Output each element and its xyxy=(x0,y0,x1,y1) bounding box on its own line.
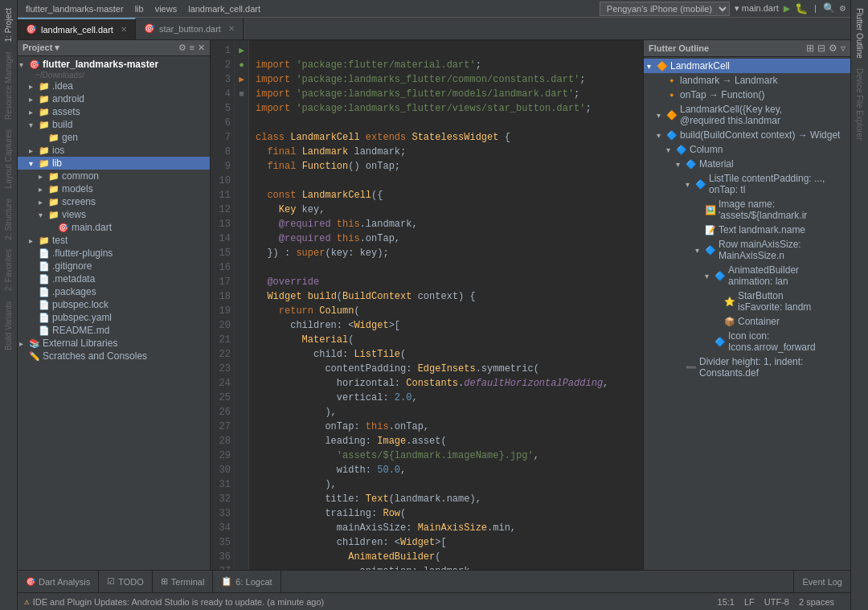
outline-icon-row: 🔷 xyxy=(705,245,716,256)
outline-arrow-ab: ▾ xyxy=(705,272,713,280)
icon-ios: 📁 xyxy=(39,145,50,156)
tab-landmark-cell[interactable]: 🎯 landmark_cell.dart ✕ xyxy=(18,18,136,39)
tree-item-assets[interactable]: ▸ 📁 assets xyxy=(18,105,210,118)
tree-item-test[interactable]: ▸ 📁 test xyxy=(18,234,210,247)
tree-item-idea[interactable]: ▸ 📁 .idea xyxy=(18,80,210,92)
outline-icon-starbutton: ⭐ xyxy=(724,297,735,307)
tree-item-main-dart[interactable]: 🎯 main.dart xyxy=(18,221,210,234)
tree-item-lib[interactable]: ▾ 📁 lib xyxy=(18,157,210,170)
vtab-flutter-outline[interactable]: Flutter Outline xyxy=(853,3,866,63)
outline-arrow-mat: ▾ xyxy=(676,160,684,169)
outline-label-divider: Divider height: 1, indent: Constants.def xyxy=(699,356,820,379)
sidebar-icon-gear[interactable]: ⚙ xyxy=(178,43,186,53)
device-selector[interactable]: Pengyan's iPhone (mobile) xyxy=(600,2,730,16)
tab-label-2: star_button.dart xyxy=(159,24,221,34)
sidebar-icon-close[interactable]: ✕ xyxy=(198,43,205,53)
tree-item-views[interactable]: ▾ 📁 views xyxy=(18,208,210,221)
tree-item-android[interactable]: ▸ 📁 android xyxy=(18,92,210,105)
bottom-tab-logcat[interactable]: 📋 6: Logcat xyxy=(213,571,280,592)
vtab-project[interactable]: 1: Project xyxy=(2,3,15,47)
bottom-tab-event-log[interactable]: Event Log xyxy=(793,571,850,592)
run-icon[interactable]: ▶ xyxy=(784,2,790,15)
outline-item-icon[interactable]: 🔷 Icon icon: Icons.arrow_forward xyxy=(644,329,850,354)
outline-icon-settings[interactable]: ⚙ xyxy=(829,43,837,54)
tree-item-gitignore[interactable]: 📄 .gitignore xyxy=(18,260,210,272)
outline-icon-collapse[interactable]: ⊟ xyxy=(817,43,825,54)
outline-icon-field2: 🔸 xyxy=(666,90,678,100)
vtab-favorites[interactable]: 2: Favorites xyxy=(2,244,15,296)
label-android: android xyxy=(52,93,84,104)
outline-label-field1: landmark → Landmark xyxy=(680,75,777,86)
outline-icon-column: 🔷 xyxy=(676,145,687,155)
bottom-tab-terminal[interactable]: ⊞ Terminal xyxy=(153,571,214,592)
label-ios: ios xyxy=(52,145,64,156)
tree-item-common[interactable]: ▸ 📁 common xyxy=(18,170,210,182)
vtab-build-variants[interactable]: Build Variants xyxy=(2,297,15,355)
icon-idea: 📁 xyxy=(39,81,50,92)
toolbar-icon-search[interactable]: 🔍 xyxy=(823,2,835,14)
outline-item-row[interactable]: ▾ 🔷 Row mainAxisSize: MainAxisSize.n xyxy=(644,237,850,263)
bottom-tab-todo[interactable]: ☑ TODO xyxy=(99,571,153,592)
debug-icon[interactable]: 🐛 xyxy=(795,2,808,15)
tree-item-readme[interactable]: 📄 README.md xyxy=(18,324,210,337)
menu-item-file-name[interactable]: landmark_cell.dart xyxy=(185,4,264,14)
label-plock: pubspec.lock xyxy=(52,299,108,310)
tree-item-gen[interactable]: 📁 gen xyxy=(18,131,210,144)
code-editor[interactable]: 12345 678910 1112131415 1617181920 21222… xyxy=(211,40,643,570)
outline-item-landmark-field[interactable]: 🔸 landmark → Landmark xyxy=(644,73,850,88)
tree-item-ext-libs[interactable]: ▸ 📚 External Libraries xyxy=(18,337,210,350)
menu-item-views[interactable]: views xyxy=(152,4,181,14)
dart-analysis-label: Dart Analysis xyxy=(39,577,90,587)
vtab-layout-captures[interactable]: Layout Captures xyxy=(2,125,15,193)
outline-icon-text: 📝 xyxy=(705,225,716,235)
menu-item-lib[interactable]: lib xyxy=(132,4,147,14)
icon-views: 📁 xyxy=(48,210,59,220)
outline-item-landmarkcell[interactable]: ▾ 🔶 LandmarkCell xyxy=(644,59,850,73)
outline-item-image[interactable]: 🖼️ Image name: 'assets/${landmark.ir xyxy=(644,197,850,223)
sidebar-icon-collapse[interactable]: ≡ xyxy=(190,43,194,53)
tab-close-2[interactable]: ✕ xyxy=(228,24,235,33)
tree-item-build[interactable]: ▾ 📁 build xyxy=(18,118,210,131)
outline-item-starbutton[interactable]: ⭐ StarButton isFavorite: landm xyxy=(644,289,850,314)
outline-label-column: Column xyxy=(690,144,723,155)
toolbar-icon-settings[interactable]: ⚙ xyxy=(840,2,845,14)
outline-item-animbuilder[interactable]: ▾ 🔷 AnimatedBuilder animation: lan xyxy=(644,263,850,289)
outline-item-listtile[interactable]: ▾ 🔷 ListTile contentPadding: ..., onTap:… xyxy=(644,171,850,197)
tree-item-flutter-plugins[interactable]: 📄 .flutter-plugins xyxy=(18,247,210,260)
sidebar-toolbar: ⚙ ≡ ✕ xyxy=(178,43,205,53)
outline-item-build[interactable]: ▾ 🔷 build(BuildContext context) → Widget xyxy=(644,128,850,142)
tree-item-screens[interactable]: ▸ 📁 screens xyxy=(18,195,210,208)
tree-item-ios[interactable]: ▸ 📁 ios xyxy=(18,144,210,157)
tree-item-packages[interactable]: 📄 .packages xyxy=(18,285,210,298)
vtab-structure[interactable]: 2: Structure xyxy=(2,194,15,245)
tree-item-root[interactable]: ▾ 🎯 flutter_landmarks-master xyxy=(18,58,210,71)
outline-icon-filter[interactable]: ▿ xyxy=(841,43,845,54)
sidebar-header: Project ▾ ⚙ ≡ ✕ xyxy=(18,40,210,56)
outline-title: Flutter Outline xyxy=(649,43,709,53)
tree-item-models[interactable]: ▸ 📁 models xyxy=(18,182,210,195)
code-content[interactable]: import 'package:flutter/material.dart'; … xyxy=(249,40,643,570)
tab-star-button[interactable]: 🎯 star_button.dart ✕ xyxy=(136,18,244,39)
logcat-label: 6: Logcat xyxy=(235,577,272,587)
label-views: views xyxy=(62,209,86,220)
outline-icon-class: 🔶 xyxy=(657,61,668,72)
tree-item-pubspec-yaml[interactable]: 📄 pubspec.yaml xyxy=(18,311,210,324)
outline-item-constructor[interactable]: ▾ 🔶 LandmarkCell({Key key, @required thi… xyxy=(644,102,850,128)
vtab-resource-manager[interactable]: Resource Manager xyxy=(2,47,15,125)
tree-item-metadata[interactable]: 📄 .metadata xyxy=(18,272,210,285)
outline-item-container[interactable]: 📦 Container xyxy=(644,314,850,329)
outline-item-column[interactable]: ▾ 🔷 Column xyxy=(644,142,850,157)
menu-item-file[interactable]: flutter_landmarks-master xyxy=(23,4,127,14)
tree-item-pubspec-lock[interactable]: 📄 pubspec.lock xyxy=(18,298,210,311)
tree-item-scratches[interactable]: ✏️ Scratches and Consoles xyxy=(18,350,210,362)
bottom-tab-dart-analysis[interactable]: 🎯 Dart Analysis xyxy=(18,571,99,592)
tab-close-1[interactable]: ✕ xyxy=(121,25,127,34)
vtab-device-file-explorer[interactable]: Device File Explorer xyxy=(853,63,866,145)
outline-icon-expand[interactable]: ⊞ xyxy=(806,43,814,54)
outline-item-divider[interactable]: ➖ Divider height: 1, indent: Constants.d… xyxy=(644,354,850,380)
outline-item-ontap-field[interactable]: 🔸 onTap → Function() xyxy=(644,88,850,102)
outline-item-material[interactable]: ▾ 🔷 Material xyxy=(644,157,850,171)
label-pyaml: pubspec.yaml xyxy=(52,312,112,323)
outline-icon-material: 🔷 xyxy=(686,159,697,170)
outline-item-text[interactable]: 📝 Text landmark.name xyxy=(644,223,850,237)
